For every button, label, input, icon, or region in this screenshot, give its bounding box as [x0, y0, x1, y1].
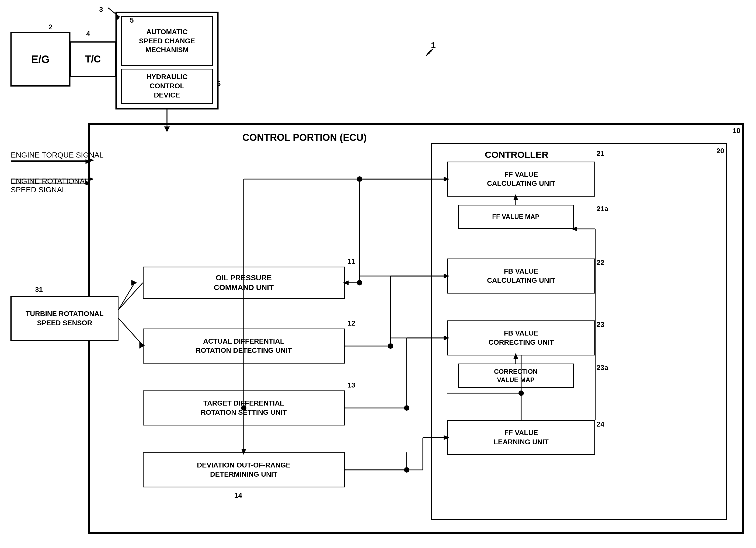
svg-marker-98	[444, 435, 449, 440]
svg-marker-65	[88, 158, 94, 162]
svg-marker-92	[242, 449, 246, 455]
svg-marker-108	[514, 353, 518, 359]
svg-marker-84	[444, 274, 449, 278]
svg-line-71	[119, 283, 135, 310]
svg-marker-106	[572, 227, 577, 231]
svg-marker-103	[514, 194, 518, 200]
svg-marker-72	[131, 280, 137, 285]
svg-line-120	[108, 8, 119, 16]
svg-marker-76	[343, 281, 349, 285]
svg-marker-70	[140, 342, 145, 348]
svg-marker-117	[444, 177, 449, 181]
svg-line-69	[119, 318, 143, 345]
svg-marker-67	[88, 177, 94, 181]
svg-marker-63	[164, 127, 170, 132]
svg-line-68	[119, 283, 143, 310]
svg-point-90	[404, 405, 409, 411]
